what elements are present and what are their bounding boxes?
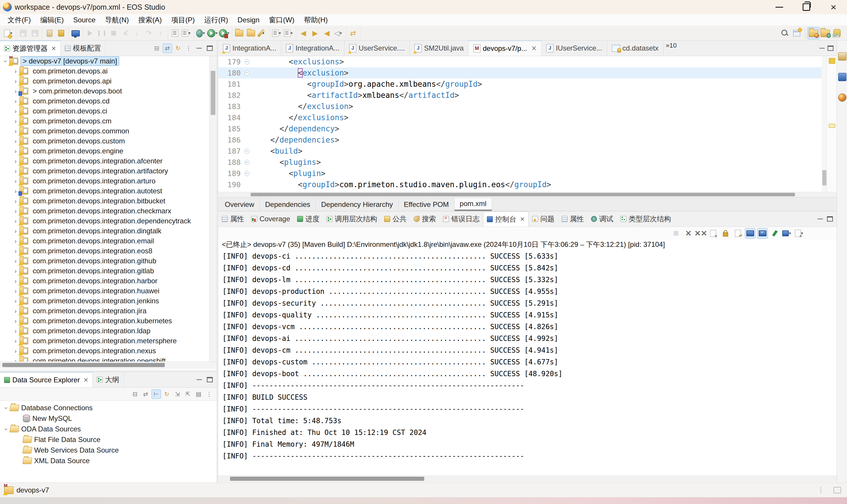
menu-item-3[interactable]: 导航(N) [100,15,134,25]
view-tab-模板配置[interactable]: 模板配置 [60,40,106,56]
chevron-right-icon[interactable]: › [12,108,19,114]
import-icon[interactable]: ⇲ [173,390,182,398]
menu-item-0[interactable]: 文件(F) [3,15,36,25]
chevron-right-icon[interactable]: › [12,348,19,355]
fold-column[interactable] [242,171,252,176]
refresh-icon[interactable]: ↻ [162,390,171,398]
tree-item[interactable]: ›com.primeton.devops.integration.gitlab [0,266,211,276]
tree-item[interactable]: ›com.primeton.devops.integration.eos8 [0,246,211,256]
chevron-right-icon[interactable]: › [12,338,19,344]
console-view-tab-进度[interactable]: 进度 [294,211,323,227]
tab-overflow-indicator[interactable]: »10 [666,40,677,56]
fold-collapse-icon[interactable] [244,71,249,75]
minimize-icon[interactable] [195,375,204,384]
maximize-icon[interactable] [205,375,214,384]
maximize-icon[interactable] [827,216,833,221]
view-tab-Data Source Explorer[interactable]: Data Source Explorer✕ [0,372,93,387]
collapse-all-icon[interactable]: ⊟ [131,390,139,398]
chevron-right-icon[interactable]: › [12,68,19,75]
pom-page-tab-Overview[interactable]: Overview [220,198,260,211]
console-view-tab-调用层次结构[interactable]: 调用层次结构 [323,211,381,227]
word-wrap-icon[interactable] [733,228,743,238]
editor-vscroll-thumb[interactable] [822,170,826,185]
menu-item-6[interactable]: 运行(R) [200,15,233,25]
last-edit-location-button[interactable]: ◀ [321,27,333,39]
console-output[interactable]: [INFO] devops-ci .......................… [218,250,837,474]
clear-console-icon[interactable] [708,228,718,238]
explorer-hscroll-thumb[interactable] [2,363,165,367]
fold-column[interactable] [242,149,252,154]
tree-item[interactable]: ›com.primeton.devops.cd [0,96,211,106]
link-with-editor-icon[interactable]: ⇄ [141,390,150,398]
chevron-right-icon[interactable]: › [12,128,19,134]
task-list-button[interactable]: ▼ [271,27,283,39]
forward-history-button[interactable]: ▶ [309,27,321,39]
new-wizard-button[interactable]: ▼ [3,27,15,39]
menu-item-5[interactable]: 项目(P) [167,15,200,25]
javaee-perspective-button[interactable] [808,27,819,39]
chevron-right-icon[interactable]: › [12,308,19,314]
tree-item[interactable]: ›com.primeton.devops.ai [0,66,211,76]
tree-item[interactable]: ›com.primeton.devops.integration.harbor [0,276,211,286]
tree-item[interactable]: ›com.primeton.devops.api [0,76,211,86]
view-tab-大纲[interactable]: 大纲 [93,372,124,387]
search-button[interactable] [779,27,791,39]
chevron-right-icon[interactable]: › [12,198,19,204]
tree-item[interactable]: ›com.primeton.devops.integration.checkma… [0,206,211,216]
tree-item[interactable]: ›com.primeton.devops.integration.depende… [0,216,211,226]
run-config-button[interactable]: ▼ [181,27,193,39]
console-view-tab-属性[interactable]: 属性 [218,211,248,227]
minimize-icon[interactable] [817,219,823,219]
editor-tab-IUserService...[interactable]: JIUserService... [542,40,607,56]
editor-tab-IntegrationA...[interactable]: JIntegrationA... [281,40,344,56]
close-view-icon[interactable]: ✕ [520,216,525,223]
chevron-right-icon[interactable]: › [12,158,19,165]
hierarchy-button[interactable]: ▼ [283,27,295,39]
chevron-right-icon[interactable]: › [12,118,19,125]
tree-item[interactable]: ›com.primeton.devops.integration.openshi… [0,356,211,361]
nav-back-button[interactable]: ◁▼ [333,27,345,39]
link-with-editor-button[interactable]: ⇄ [347,27,359,39]
tree-item[interactable]: ›com.primeton.devops.integration.kuberne… [0,316,211,326]
console-view-tab-Coverage[interactable]: Coverage [248,211,294,227]
view-menu-icon[interactable]: ⋮ [205,390,213,398]
back-history-button[interactable]: ◀ [297,27,309,39]
chevron-right-icon[interactable]: › [12,178,19,184]
chevron-right-icon[interactable]: › [12,208,19,215]
deploy-server-button[interactable] [70,27,82,39]
open-perspective-button[interactable] [791,27,802,39]
xml-code-editor[interactable]: 179 <exclusions>180 <exclusion>181 <grou… [218,56,837,192]
fold-column[interactable] [242,71,252,75]
close-window-button[interactable]: × [820,0,847,14]
show-on-stderr-icon[interactable] [758,228,767,238]
chevron-right-icon[interactable]: › [12,318,19,324]
tree-item[interactable]: ›com.primeton.devops.cm [0,116,211,126]
console-view-tab-属性[interactable]: 属性 [558,211,588,227]
maximize-icon[interactable] [205,44,214,53]
tree-item[interactable]: ›com.primeton.devops.integration.dingtal… [0,226,211,236]
import-folder-button[interactable] [245,27,257,39]
close-view-icon[interactable]: ✕ [51,45,56,52]
chevron-down-icon[interactable]: › [3,405,10,411]
chevron-right-icon[interactable]: › [12,268,19,274]
chevron-right-icon[interactable]: › [12,298,19,304]
run-history-button[interactable] [169,27,181,39]
build-project-button[interactable] [44,27,55,39]
tree-item[interactable]: ›com.primeton.devops.integration.jenkins [0,296,211,306]
status-overflow-dots-icon[interactable]: ⋮ [817,486,825,494]
open-console-icon[interactable]: ▼ [795,228,805,238]
console-view-tab-公共[interactable]: 公共 [381,211,410,227]
tree-item[interactable]: ›> com.primeton.devops.boot [0,86,211,96]
view-tab-资源管理器[interactable]: 资源管理器✕ [0,40,60,56]
chevron-right-icon[interactable]: › [12,258,19,265]
console-hscroll-thumb[interactable] [230,477,424,481]
tree-item[interactable]: ›com.primeton.devops.engine [0,146,211,156]
tree-item[interactable]: ›com.primeton.devops.integration.autotes… [0,186,211,196]
datasource-tree-item[interactable]: ›ODA Data Sources [0,424,217,434]
menu-item-4[interactable]: 搜索(A) [134,15,167,25]
datasource-tree[interactable]: ›Database Connections New MySQL›ODA Data… [0,401,217,466]
tree-item[interactable]: ›com.primeton.devops.common [0,126,211,136]
fold-collapse-icon[interactable] [244,59,249,65]
console-view-tab-问题[interactable]: 问题 [529,211,558,227]
editor-horizontal-scrollbar[interactable] [218,192,837,197]
